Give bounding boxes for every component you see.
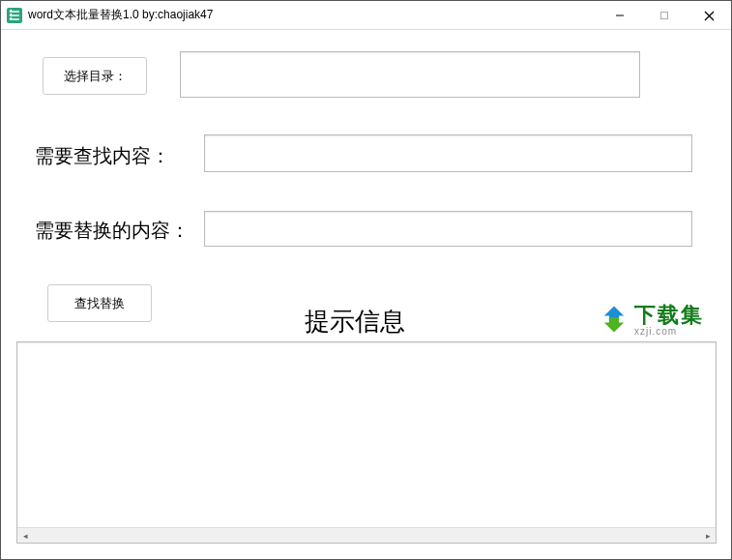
watermark-url: xzji.com	[634, 326, 704, 338]
close-button[interactable]	[687, 1, 731, 30]
window-controls	[598, 1, 731, 30]
svg-marker-6	[604, 317, 624, 332]
watermark-cn: 下载集	[634, 305, 704, 326]
maximize-button[interactable]	[642, 1, 687, 30]
scroll-left-arrow-icon[interactable]: ◂	[17, 528, 33, 544]
replace-content-input[interactable]	[204, 211, 692, 247]
download-arrow-icon	[598, 303, 630, 339]
minimize-button[interactable]	[598, 1, 642, 30]
app-icon	[7, 8, 22, 23]
window-title: word文本批量替换1.0 by:chaojiak47	[28, 7, 213, 23]
output-textarea[interactable]	[16, 341, 717, 544]
scroll-right-arrow-icon[interactable]: ▸	[700, 528, 716, 544]
svg-marker-5	[604, 306, 624, 320]
select-directory-button[interactable]: 选择目录：	[43, 57, 147, 95]
svg-rect-2	[661, 13, 668, 19]
find-replace-button[interactable]: 查找替换	[47, 284, 152, 322]
client-area: 选择目录： 需要查找内容： 需要替换的内容： 查找替换 提示信息 下载集 xzj…	[1, 30, 731, 559]
info-header-label: 提示信息	[305, 305, 405, 339]
replace-content-label: 需要替换的内容：	[35, 218, 190, 244]
horizontal-scrollbar[interactable]: ◂ ▸	[17, 527, 716, 543]
directory-input[interactable]	[180, 51, 640, 98]
watermark: 下载集 xzji.com	[598, 303, 704, 339]
find-content-input[interactable]	[204, 134, 692, 172]
titlebar: word文本批量替换1.0 by:chaojiak47	[1, 1, 731, 30]
find-content-label: 需要查找内容：	[35, 143, 170, 169]
